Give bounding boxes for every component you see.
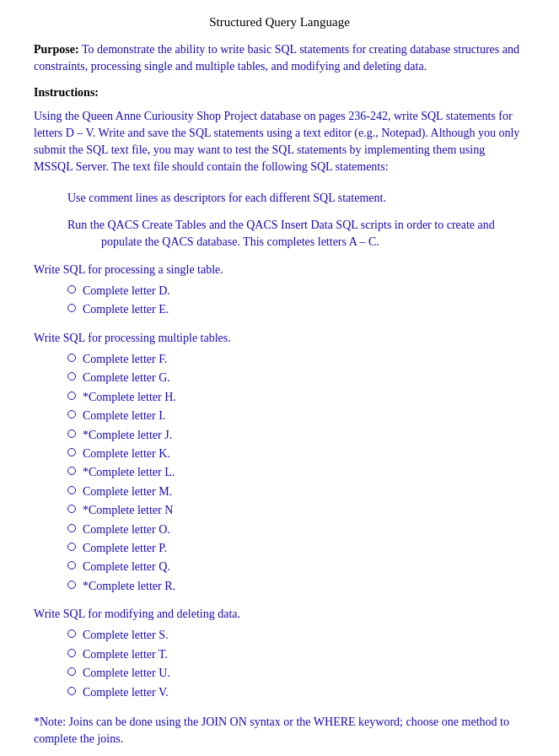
list-item: Complete letter V. [67, 683, 525, 702]
list-item-text: Complete letter P. [83, 539, 167, 558]
list-item-text: Complete letter U. [83, 664, 170, 683]
bullet-circle [67, 629, 76, 638]
list-item-text: Complete letter I. [83, 407, 165, 425]
list-item-text: *Complete letter J. [83, 426, 172, 445]
purpose-text: To demonstrate the ability to write basi… [34, 43, 519, 73]
indent-section-2: Run the QACS Create Tables and the QACS … [67, 217, 525, 251]
list-item: Complete letter M. [67, 483, 525, 501]
section3-list: Complete letter S.Complete letter T.Comp… [67, 626, 525, 702]
section1: Write SQL for processing a single table.… [34, 262, 525, 320]
page-title: Structured Query Language [34, 15, 525, 30]
bullet-circle [67, 304, 76, 312]
list-item: *Complete letter J. [67, 426, 525, 445]
section1-label: Write SQL for processing a single table. [34, 262, 525, 278]
bullet-circle [67, 285, 76, 294]
list-item-text: *Complete letter N [83, 501, 173, 520]
list-item: *Complete letter R. [67, 577, 525, 596]
list-item-text: Complete letter O. [83, 521, 170, 539]
bullet-circle [67, 687, 76, 695]
list-item-text: *Complete letter R. [83, 577, 175, 596]
list-item: Complete letter O. [67, 521, 525, 539]
list-item-text: Complete letter E. [83, 300, 169, 319]
bullet-circle [67, 467, 76, 475]
indent1-text: Use comment lines as descriptors for eac… [67, 190, 525, 207]
list-item-text: Complete letter V. [83, 683, 169, 702]
purpose-block: Purpose: To demonstrate the ability to w… [34, 41, 525, 76]
list-item: Complete letter E. [67, 300, 525, 319]
bullet-circle [67, 580, 76, 589]
indent2-line1: Run the QACS Create Tables and the QACS … [67, 217, 525, 234]
bullet-circle [67, 448, 76, 456]
list-item: Complete letter T. [67, 645, 525, 664]
list-item-text: Complete letter S. [83, 626, 168, 645]
list-item-text: Complete letter F. [83, 350, 167, 369]
bullet-circle [67, 649, 76, 657]
list-item-text: *Complete letter H. [83, 388, 176, 407]
bullet-circle [67, 667, 76, 676]
list-item: Complete letter K. [67, 445, 525, 463]
list-item: Complete letter U. [67, 664, 525, 683]
bullet-circle [67, 561, 76, 570]
list-item: Complete letter P. [67, 539, 525, 558]
list-item-text: Complete letter G. [83, 369, 170, 387]
section2-label: Write SQL for processing multiple tables… [34, 330, 525, 347]
list-item-text: Complete letter K. [83, 445, 170, 463]
bullet-circle [67, 410, 76, 418]
purpose-label: Purpose: [34, 43, 79, 56]
bullet-circle [67, 543, 76, 551]
note-block: *Note: Joins can be done using the JOIN … [34, 714, 525, 748]
bullet-circle [67, 429, 76, 438]
list-item: *Complete letter N [67, 501, 525, 520]
list-item: Complete letter Q. [67, 558, 525, 576]
list-item-text: Complete letter T. [83, 645, 168, 664]
list-item-text: Complete letter Q. [83, 558, 170, 576]
section3-label: Write SQL for modifying and deleting dat… [34, 606, 525, 623]
bullet-circle [67, 354, 76, 362]
instructions-label: Instructions: [34, 86, 525, 100]
list-item-text: Complete letter D. [83, 282, 170, 300]
list-item-text: *Complete letter L. [83, 463, 175, 482]
bullet-circle [67, 392, 76, 400]
list-item: Complete letter G. [67, 369, 525, 387]
bullet-circle [67, 505, 76, 513]
bullet-circle [67, 372, 76, 381]
list-item: Complete letter S. [67, 626, 525, 645]
list-item: Complete letter D. [67, 282, 525, 300]
indent2-line2: populate the QACS database. This complet… [101, 234, 525, 251]
indent-section-1: Use comment lines as descriptors for eac… [67, 190, 525, 207]
section2-list: Complete letter F.Complete letter G.*Com… [67, 350, 525, 596]
section2: Write SQL for processing multiple tables… [34, 330, 525, 596]
instructions-text: Using the Queen Anne Curiousity Shop Pro… [34, 108, 525, 176]
section3: Write SQL for modifying and deleting dat… [34, 606, 525, 702]
list-item: *Complete letter L. [67, 463, 525, 482]
section1-list: Complete letter D.Complete letter E. [67, 282, 525, 320]
list-item: Complete letter I. [67, 407, 525, 425]
list-item: *Complete letter H. [67, 388, 525, 407]
bullet-circle [67, 524, 76, 532]
bullet-circle [67, 486, 76, 494]
list-item: Complete letter F. [67, 350, 525, 369]
list-item-text: Complete letter M. [83, 483, 172, 501]
